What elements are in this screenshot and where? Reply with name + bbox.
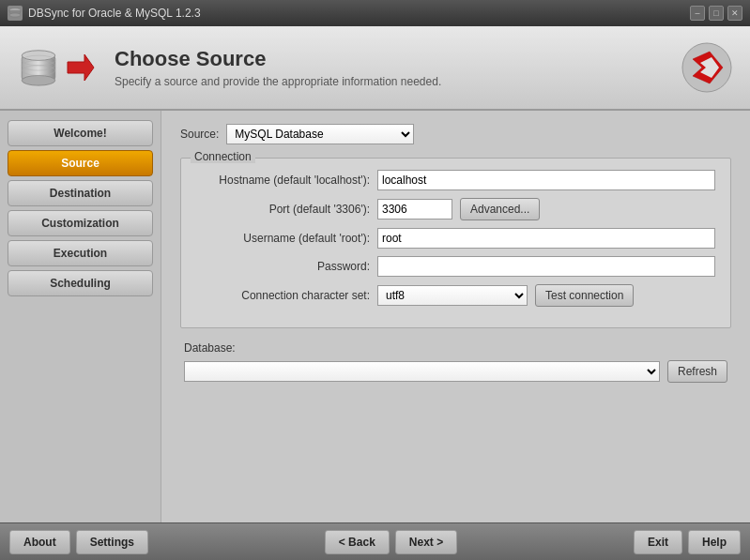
about-button[interactable]: About	[9, 530, 70, 554]
header-logo	[679, 39, 735, 96]
next-button[interactable]: Next >	[395, 530, 457, 554]
arrow-right-icon	[62, 49, 99, 86]
charset-row: Connection character set: utf8 latin1 ut…	[196, 284, 715, 307]
svg-point-1	[9, 13, 21, 17]
sidebar-item-execution[interactable]: Execution	[8, 240, 153, 266]
sidebar-item-customization[interactable]: Customization	[8, 210, 153, 236]
password-input[interactable]	[377, 256, 715, 277]
maximize-button[interactable]: □	[709, 6, 724, 21]
footer-left: About Settings	[9, 530, 148, 554]
header-text: Choose Source Specify a source and provi…	[115, 47, 679, 88]
window-controls: – □ ✕	[690, 6, 742, 21]
header-title: Choose Source	[115, 47, 679, 71]
port-input[interactable]	[377, 199, 452, 219]
sidebar: Welcome! Source Destination Customizatio…	[0, 111, 161, 522]
footer: About Settings < Back Next > Exit Help	[0, 522, 750, 560]
hostname-label: Hostname (default 'localhost'):	[196, 174, 370, 187]
database-row: Refresh	[184, 360, 727, 383]
database-section: Database: Refresh	[180, 341, 731, 383]
close-button[interactable]: ✕	[727, 6, 742, 21]
password-row: Password:	[196, 256, 715, 277]
port-label: Port (default '3306'):	[196, 203, 370, 216]
sidebar-item-scheduling[interactable]: Scheduling	[8, 270, 153, 296]
header-icon-group	[15, 49, 99, 86]
help-button[interactable]: Help	[688, 530, 741, 554]
test-connection-button[interactable]: Test connection	[535, 284, 634, 307]
username-input[interactable]	[377, 228, 715, 249]
exit-button[interactable]: Exit	[634, 530, 682, 554]
settings-button[interactable]: Settings	[76, 530, 148, 554]
source-row: Source: MySQL Database Oracle Database	[180, 124, 731, 144]
hostname-row: Hostname (default 'localhost'):	[196, 170, 715, 190]
svg-point-4	[22, 75, 55, 85]
port-row: Port (default '3306'): Advanced...	[196, 198, 715, 220]
advanced-button[interactable]: Advanced...	[460, 198, 540, 220]
refresh-button[interactable]: Refresh	[667, 360, 727, 383]
sidebar-item-welcome[interactable]: Welcome!	[8, 120, 153, 146]
header-area: Choose Source Specify a source and provi…	[0, 26, 750, 111]
source-label: Source:	[180, 128, 219, 141]
back-button[interactable]: < Back	[325, 530, 390, 554]
header-subtitle: Specify a source and provide the appropr…	[115, 75, 679, 88]
svg-marker-8	[68, 54, 94, 81]
charset-label: Connection character set:	[196, 289, 370, 302]
database-select[interactable]	[184, 361, 660, 382]
db-cylinder-icon	[15, 49, 62, 86]
title-bar: DBSync for Oracle & MySQL 1.2.3 – □ ✕	[0, 0, 750, 26]
main-panel: Source: MySQL Database Oracle Database C…	[161, 111, 750, 522]
username-label: Username (default 'root'):	[196, 232, 370, 245]
charset-select[interactable]: utf8 latin1 utf16	[377, 285, 528, 306]
username-row: Username (default 'root'):	[196, 228, 715, 249]
app-icon	[8, 6, 23, 21]
password-label: Password:	[196, 260, 370, 273]
footer-center: < Back Next >	[154, 530, 628, 554]
app-title: DBSync for Oracle & MySQL 1.2.3	[28, 7, 690, 20]
connection-group: Connection Hostname (default 'localhost'…	[180, 158, 731, 328]
hostname-input[interactable]	[377, 170, 715, 190]
sidebar-item-destination[interactable]: Destination	[8, 180, 153, 206]
database-label: Database:	[184, 341, 727, 355]
sidebar-item-source[interactable]: Source	[8, 150, 153, 176]
connection-legend: Connection	[191, 150, 255, 163]
footer-right: Exit Help	[634, 530, 741, 554]
source-select[interactable]: MySQL Database Oracle Database	[226, 124, 414, 144]
minimize-button[interactable]: –	[690, 6, 705, 21]
